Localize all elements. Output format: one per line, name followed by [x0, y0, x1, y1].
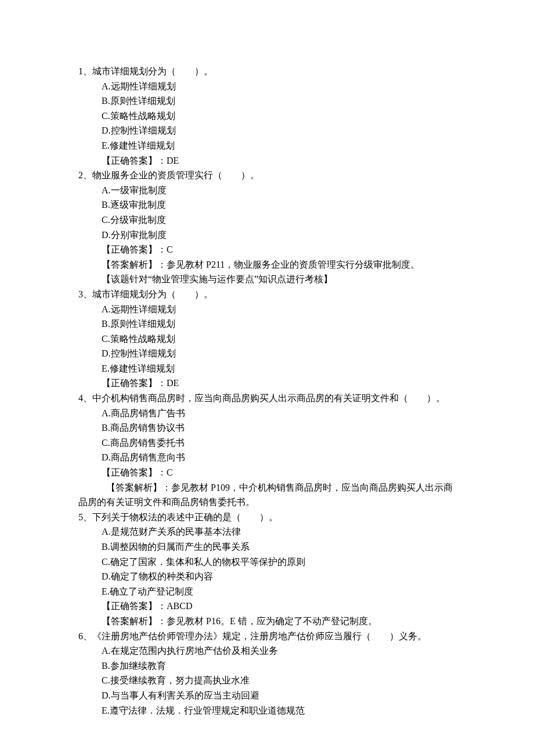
question-stem: 6、《注册房地产估价师管理办法》规定，注册房地产估价师应当履行（ ）义务。 — [78, 629, 461, 644]
page-content: 1、城市详细规划分为（ ）。 A.远期性详细规划 B.原则性详细规划 C.策略性… — [0, 0, 534, 756]
answer-explanation: 【答案解析】：参见教材 P211，物业服务企业的资质管理实行分级审批制度。 — [78, 257, 461, 272]
answer-explanation: 【答案解析】：参见教材 P109，中介机构销售商品房时，应当向商品房购买人出示商… — [78, 480, 461, 510]
option: A.远期性详细规划 — [78, 302, 461, 317]
question-stem: 2、物业服务企业的资质管理实行（ ）。 — [78, 168, 461, 183]
question-number: 2 — [78, 170, 83, 180]
option: D.确定了物权的种类和内容 — [78, 569, 461, 584]
option: C.策略性战略规划 — [78, 109, 461, 124]
question-stem: 5、下列关于物权法的表述中正确的是（ ）。 — [78, 510, 461, 525]
option: C.分级审批制度 — [78, 213, 461, 228]
question-text: 城市详细规划分为（ ）。 — [92, 66, 213, 76]
correct-answer: 【正确答案】：DE — [78, 376, 461, 391]
question-text: 《注册房地产估价师管理办法》规定，注册房地产估价师应当履行（ ）义务。 — [92, 631, 427, 641]
option: D.分别审批制度 — [78, 228, 461, 243]
option: B.原则性详细规划 — [78, 316, 461, 332]
option: A.是规范财产关系的民事基本法律 — [78, 524, 461, 539]
option: C.确定了国家．集体和私人的物权平等保护的原则 — [78, 555, 461, 570]
correct-answer: 【正确答案】：DE — [78, 153, 461, 168]
question-stem: 1、城市详细规划分为（ ）。 — [78, 64, 461, 79]
option: B.调整因物的归属而产生的民事关系 — [78, 539, 461, 555]
option: B.参加继续教育 — [78, 658, 461, 674]
option: B.商品房销售协议书 — [78, 420, 461, 435]
option: B.逐级审批制度 — [78, 197, 461, 213]
correct-answer: 【正确答案】：C — [78, 465, 461, 480]
option: A.远期性详细规划 — [78, 79, 461, 94]
question-stem: 4、中介机构销售商品房时，应当向商品房购买人出示商品房的有关证明文件和（ ）。 — [78, 391, 461, 406]
option: A.在规定范围内执行房地产估价及相关业务 — [78, 643, 461, 658]
answer-explanation: 【答案解析】：参见教材 P16。E 错，应为确定了不动产登记制度。 — [78, 614, 461, 629]
question-text: 城市详细规划分为（ ）。 — [92, 289, 213, 299]
option: C.策略性战略规划 — [78, 332, 461, 347]
question-number: 5 — [78, 512, 83, 522]
question-number: 4 — [78, 393, 83, 403]
question-number: 3 — [78, 289, 83, 299]
question-number: 6 — [78, 631, 83, 641]
option: D.与当事人有利害关系的应当主动回避 — [78, 688, 461, 703]
answer-explanation: 【该题针对“物业管理实施与运作要点”知识点进行考核】 — [78, 272, 461, 287]
question-number: 1 — [78, 66, 83, 76]
question-text: 中介机构销售商品房时，应当向商品房购买人出示商品房的有关证明文件和（ ）。 — [92, 393, 445, 403]
option: A.一级审批制度 — [78, 183, 461, 198]
option: D.控制性详细规划 — [78, 123, 461, 138]
option: E.遵守法律．法规．行业管理规定和职业道德规范 — [78, 703, 461, 718]
option: C.接受继续教育，努力提高执业水准 — [78, 673, 461, 688]
option: E.修建性详细规划 — [78, 138, 461, 153]
option: E.修建性详细规划 — [78, 361, 461, 376]
question-stem: 3、城市详细规划分为（ ）。 — [78, 287, 461, 302]
option: C.商品房销售委托书 — [78, 435, 461, 451]
question-text: 下列关于物权法的表述中正确的是（ ）。 — [92, 512, 278, 522]
option: D.控制性详细规划 — [78, 346, 461, 361]
correct-answer: 【正确答案】：ABCD — [78, 599, 461, 614]
question-text: 物业服务企业的资质管理实行（ ）。 — [92, 170, 259, 180]
option: D.商品房销售意向书 — [78, 450, 461, 465]
option: B.原则性详细规划 — [78, 93, 461, 109]
option: A.商品房销售广告书 — [78, 406, 461, 421]
correct-answer: 【正确答案】：C — [78, 242, 461, 257]
option: E.确立了动产登记制度 — [78, 584, 461, 599]
